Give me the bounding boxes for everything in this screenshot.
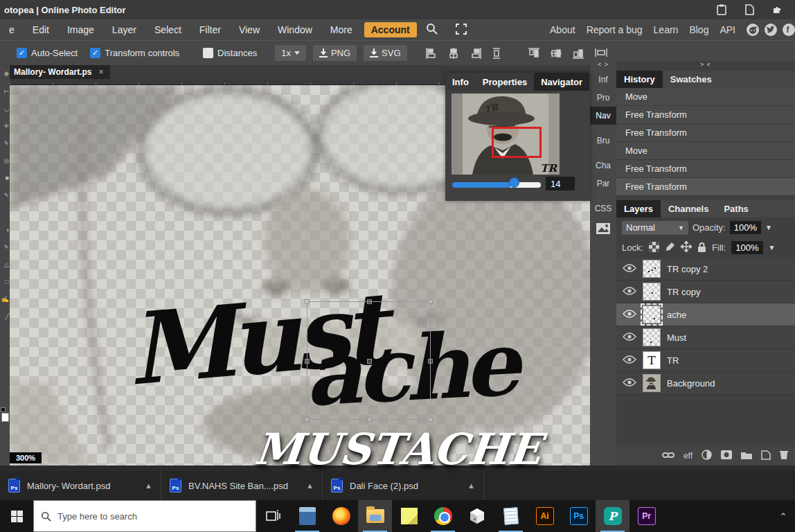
lock-transparency-icon[interactable]	[649, 242, 659, 254]
taskbar-file-explorer[interactable]	[358, 500, 392, 532]
strip-tab-info[interactable]: Inf	[590, 71, 616, 89]
export-svg-button[interactable]: SVG	[364, 45, 407, 61]
history-step[interactable]: Free Transform	[616, 160, 795, 178]
menu-edit[interactable]: Edit	[24, 21, 58, 38]
blend-mode-dropdown[interactable]: Normal ▼	[622, 221, 688, 235]
delete-layer-trash-icon[interactable]	[780, 450, 788, 462]
strip-tab-properties[interactable]: Pro	[590, 89, 616, 107]
transform-handle-s[interactable]	[367, 417, 372, 422]
strip-tab-character[interactable]: Cha	[590, 157, 616, 175]
transform-handle-n[interactable]	[367, 299, 372, 304]
history-step[interactable]: Move	[616, 88, 795, 106]
strip-tab-paragraph[interactable]: Par	[590, 175, 616, 193]
menu-view[interactable]: View	[230, 21, 269, 38]
file-tab-dali-face[interactable]: Ps Dali Face (2).psd ▲	[323, 471, 484, 500]
plugins-puzzle-icon[interactable]	[771, 4, 783, 15]
layer-row-background[interactable]: Background	[616, 372, 795, 395]
menu-more[interactable]: More	[321, 21, 361, 38]
background-layer-thumbnail[interactable]	[643, 374, 661, 392]
task-view-button[interactable]	[256, 500, 290, 532]
navigator-zoom-slider-handle[interactable]	[509, 177, 519, 188]
link-layers-icon[interactable]	[662, 451, 675, 461]
chevron-up-icon[interactable]: ▲	[467, 481, 475, 490]
taskbar-illustrator[interactable]: Ai	[528, 500, 562, 532]
fullscreen-icon[interactable]	[447, 21, 476, 39]
taskbar-notepad[interactable]	[494, 500, 528, 532]
eye-icon[interactable]	[623, 332, 636, 343]
reddit-icon[interactable]	[747, 24, 759, 36]
transform-controls-checkbox[interactable]: ✓	[90, 48, 100, 58]
menu-filter[interactable]: Filter	[190, 21, 230, 38]
transform-handle-ne[interactable]	[428, 299, 433, 304]
facebook-icon[interactable]: f	[783, 24, 795, 36]
auto-select-option[interactable]: ✓ Auto-Select	[17, 48, 78, 58]
export-png-button[interactable]: PNG	[313, 45, 357, 61]
eye-icon[interactable]	[623, 355, 636, 366]
adjustment-layer-icon[interactable]	[702, 450, 712, 462]
link-blog[interactable]: Blog	[684, 21, 714, 38]
layer-effects-button[interactable]: eff	[684, 451, 693, 461]
eye-icon[interactable]	[623, 378, 636, 389]
tab-navigator[interactable]: Navigator	[534, 73, 589, 91]
link-learn[interactable]: Learn	[648, 21, 684, 38]
eye-icon[interactable]	[623, 287, 636, 297]
navigator-view-rectangle[interactable]	[492, 127, 542, 158]
history-step-current[interactable]: Free Transform	[616, 178, 795, 196]
fill-value[interactable]: 100%	[731, 241, 762, 254]
taskbar-firefox[interactable]	[324, 500, 358, 532]
navigator-zoom-value[interactable]: 14	[546, 177, 575, 190]
collapse-panel-icon[interactable]: > <	[616, 61, 795, 71]
layer-thumbnail[interactable]	[643, 260, 661, 278]
history-step[interactable]: Move	[616, 142, 795, 160]
start-button[interactable]	[0, 500, 33, 532]
new-document-icon[interactable]	[744, 4, 755, 15]
layer-thumbnail[interactable]	[643, 328, 661, 346]
layer-row-tr-copy-2[interactable]: TR copy 2	[616, 258, 795, 281]
chevron-up-icon[interactable]: ▲	[306, 481, 314, 490]
align-right-icon[interactable]	[470, 47, 482, 60]
account-button[interactable]: Account	[364, 22, 417, 37]
lock-all-icon[interactable]	[697, 242, 706, 254]
collapse-strip-icon[interactable]: < >	[590, 61, 616, 71]
align-top-icon[interactable]	[528, 47, 540, 60]
taskbar-photoshop[interactable]: Ps	[562, 500, 596, 532]
layer-row-must[interactable]: Must	[616, 326, 795, 349]
history-step[interactable]: Free Transform	[616, 124, 795, 142]
search-input[interactable]	[57, 511, 231, 522]
layer-row-tr-copy[interactable]: TR copy	[616, 281, 795, 303]
layer-mask-icon[interactable]	[721, 450, 732, 461]
close-icon[interactable]: ×	[98, 67, 103, 77]
menu-select[interactable]: Select	[145, 21, 190, 38]
menu-file[interactable]: e	[0, 21, 24, 38]
transform-handle-nw[interactable]	[305, 299, 310, 304]
history-step[interactable]: Free Transform	[616, 106, 795, 124]
transform-handle-sw[interactable]	[305, 417, 310, 422]
clipboard-icon[interactable]	[716, 4, 727, 15]
tab-info[interactable]: Info	[445, 73, 476, 91]
link-api[interactable]: API	[714, 21, 741, 38]
strip-tab-navigator[interactable]: Nav	[590, 107, 616, 125]
tab-history[interactable]: History	[616, 71, 663, 88]
twitter-icon[interactable]	[765, 24, 777, 36]
distances-option[interactable]: Distances	[203, 48, 257, 58]
align-bottom-icon[interactable]	[572, 47, 584, 60]
tab-paths[interactable]: Paths	[716, 200, 756, 218]
transform-handle-e[interactable]	[428, 359, 433, 364]
distribute-horizontal-icon[interactable]	[492, 47, 501, 60]
navigator-thumbnail[interactable]: TR TR	[452, 94, 560, 175]
opacity-caret-icon[interactable]: ▼	[765, 224, 772, 231]
foreground-color-swatch[interactable]	[1, 407, 6, 412]
search-icon[interactable]	[417, 20, 447, 39]
opacity-value[interactable]: 100%	[730, 221, 761, 234]
tab-channels[interactable]: Channels	[661, 200, 717, 218]
file-tab-bvnahs[interactable]: Ps BV.NAHS Site Ban....psd ▲	[161, 471, 323, 500]
layer-row-tr-text[interactable]: T TR	[616, 349, 795, 372]
eye-icon[interactable]	[623, 310, 636, 320]
document-tab[interactable]: Mallory- Wordart.ps ×	[7, 65, 110, 79]
align-middle-vertical-icon[interactable]	[550, 47, 562, 60]
transform-controls-option[interactable]: ✓ Transform controls	[90, 48, 179, 58]
show-hidden-icons-chevron[interactable]: ⌃	[771, 500, 795, 532]
transform-handle-se[interactable]	[428, 417, 433, 422]
taskbar-calculator[interactable]	[290, 500, 324, 532]
link-about[interactable]: About	[544, 21, 581, 38]
